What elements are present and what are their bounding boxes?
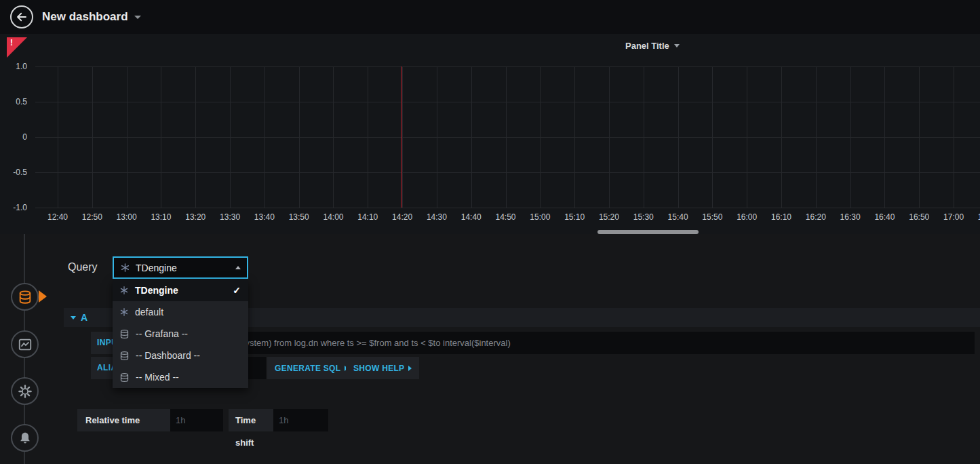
time-shift-label: Time shift (229, 409, 273, 431)
menu-item-default[interactable]: default (113, 301, 248, 323)
x-tick-label: 15:30 (627, 212, 661, 222)
time-annotation-line (401, 66, 401, 208)
datasource-menu: TDengine ✓ default -- Grafana -- (113, 279, 248, 388)
show-help-button[interactable]: SHOW HELP (346, 357, 419, 379)
gridline-vertical (850, 66, 851, 208)
x-tick-label: 16:10 (764, 212, 798, 222)
gridline-vertical (574, 66, 575, 208)
datasource-select[interactable]: TDengine (113, 256, 248, 279)
chevron-down-icon (134, 16, 141, 19)
x-tick-label: 12:40 (41, 212, 75, 222)
y-tick-label: 1.0 (0, 61, 27, 72)
tab-general[interactable] (11, 377, 39, 405)
gridline-horizontal (35, 172, 980, 173)
tab-visualization[interactable] (11, 330, 39, 358)
check-icon: ✓ (233, 285, 241, 296)
x-tick-label: 14:20 (385, 212, 419, 222)
gridline-horizontal (35, 102, 980, 102)
x-tick-label: 14:50 (489, 212, 523, 222)
gridline-vertical (540, 66, 541, 208)
graph-panel: ! Panel Title 1.00.50-0.5-1.012:4012:501… (0, 34, 980, 234)
time-shift-input[interactable] (273, 409, 328, 431)
x-tick-label: 15:10 (557, 212, 591, 222)
menu-item-grafana[interactable]: -- Grafana -- (113, 323, 248, 345)
sql-input[interactable]: select avg(mem_system) from log.dn where… (170, 332, 975, 354)
menu-item-tdengine[interactable]: TDengine ✓ (113, 279, 248, 301)
chevron-down-icon (674, 44, 680, 47)
x-tick-label: 13:50 (282, 212, 316, 222)
gridline-vertical (333, 66, 334, 208)
gridline-vertical (402, 66, 403, 208)
taos-icon (120, 263, 130, 273)
database-icon (18, 290, 33, 305)
x-tick-label: 14:30 (420, 212, 454, 222)
taos-icon (119, 286, 129, 295)
top-nav: New dashboard (0, 0, 980, 34)
gridline-vertical (58, 66, 58, 208)
active-tab-arrow-icon (39, 290, 47, 303)
panel-header[interactable]: Panel Title (625, 41, 680, 51)
panel-editor: Query A INPUT SQL select avg(mem_system)… (0, 234, 980, 464)
panel-error-indicator[interactable]: ! (7, 37, 27, 58)
x-tick-label: 16:00 (730, 212, 764, 222)
x-tick-label: 12:50 (75, 212, 109, 222)
back-button[interactable] (10, 5, 33, 28)
gridline-vertical (781, 66, 782, 208)
x-tick-label: 13:00 (110, 212, 144, 222)
relative-time-label: Relative time (77, 409, 170, 431)
panel-title: Panel Title (625, 41, 669, 51)
x-tick-label: 14:40 (454, 212, 488, 222)
x-tick-label: 14:10 (351, 212, 385, 222)
collapse-chevron-icon (71, 316, 76, 320)
arrow-left-icon (16, 11, 28, 23)
chart-plot-area[interactable] (0, 66, 980, 208)
dashboard-title-text: New dashboard (42, 10, 128, 24)
gear-icon (18, 384, 33, 399)
gridline-vertical (884, 66, 885, 208)
x-tick-label: 15:50 (695, 212, 729, 222)
gridline-vertical (678, 66, 679, 208)
gridline-vertical (437, 66, 437, 208)
gridline-vertical (195, 66, 196, 208)
x-tick-label: 16:20 (799, 212, 833, 222)
x-tick-label: 15:00 (523, 212, 557, 222)
gridline-vertical (816, 66, 817, 208)
query-section-label: Query (68, 261, 98, 273)
caret-right-icon (408, 366, 412, 371)
y-tick-label: 0 (0, 132, 27, 142)
gridline-vertical (644, 66, 644, 208)
generate-sql-button[interactable]: GENERATE SQL (267, 357, 355, 379)
x-tick-label: 15:40 (661, 212, 695, 222)
gridline-horizontal (35, 208, 980, 208)
gridline-vertical (299, 66, 300, 208)
tab-queries[interactable] (11, 283, 39, 311)
menu-item-dashboard[interactable]: -- Dashboard -- (113, 345, 248, 366)
x-tick-label: 16:30 (834, 212, 867, 222)
gridline-vertical (161, 66, 161, 208)
x-tick-label: 13:30 (213, 212, 247, 222)
x-tick-label: 14:00 (316, 212, 350, 222)
gridline-vertical (264, 66, 265, 208)
y-tick-label: -1.0 (0, 202, 27, 213)
x-tick-label: 16:50 (902, 212, 936, 222)
relative-time-input[interactable] (170, 409, 223, 431)
y-tick-label: -0.5 (0, 167, 27, 178)
gridline-vertical (127, 66, 128, 208)
caret-up-icon (235, 266, 241, 269)
chart-icon (18, 337, 33, 352)
gridline-vertical (506, 66, 507, 208)
datasource-select-value: TDengine (136, 263, 230, 273)
query-ref-id: A (81, 312, 87, 323)
gridline-vertical (954, 66, 954, 208)
taos-icon (119, 307, 129, 317)
dashboard-title[interactable]: New dashboard (42, 0, 141, 34)
x-tick-label: 13:20 (178, 212, 212, 222)
tab-alert[interactable] (11, 424, 39, 452)
gridline-horizontal (35, 66, 980, 67)
gridline-vertical (230, 66, 231, 208)
x-tick-label: 17:10 (971, 212, 980, 222)
database-icon (119, 329, 130, 339)
database-icon (119, 351, 130, 361)
menu-item-mixed[interactable]: -- Mixed -- (113, 366, 248, 388)
gridline-vertical (712, 66, 713, 208)
